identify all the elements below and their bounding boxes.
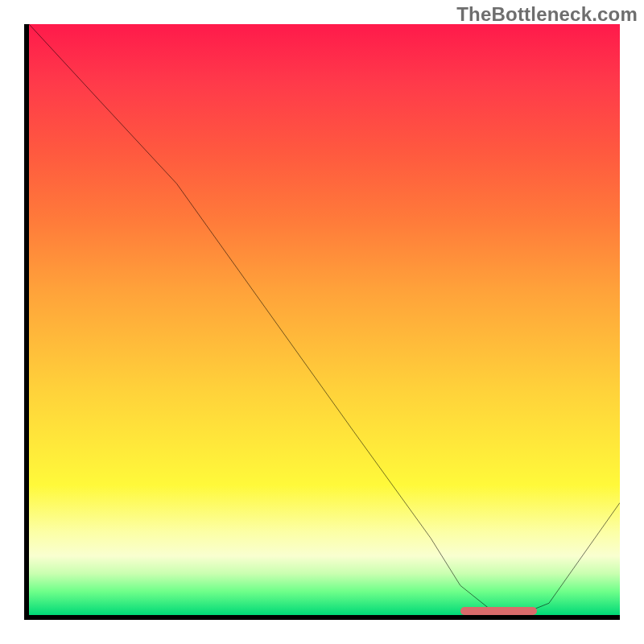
plot-inner — [29, 24, 620, 615]
chart-container: TheBottleneck.com — [0, 0, 644, 644]
plot-area — [24, 24, 620, 620]
bottleneck-curve — [29, 24, 620, 615]
optimal-marker — [460, 607, 537, 615]
curve-path — [29, 24, 620, 615]
watermark-text: TheBottleneck.com — [456, 3, 638, 26]
